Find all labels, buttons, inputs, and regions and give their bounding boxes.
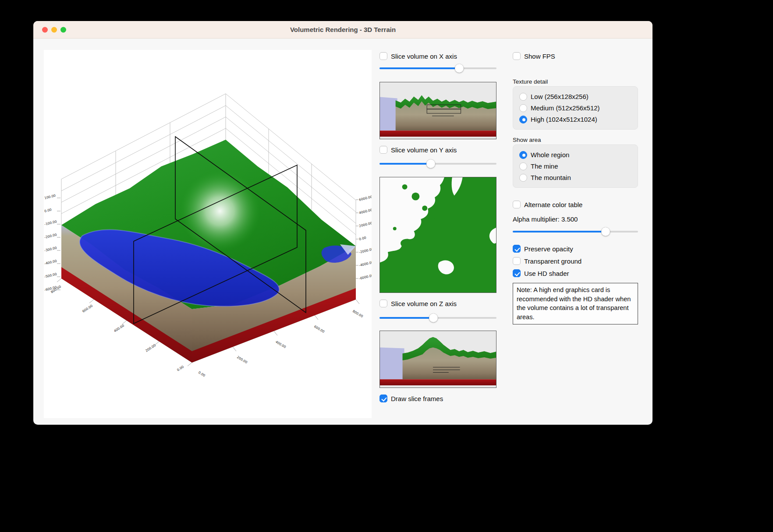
- show-area-option-whole-region[interactable]: Whole region: [519, 151, 631, 159]
- area-mine-radio[interactable]: [519, 162, 527, 170]
- svg-text:400.00: 400.00: [275, 340, 287, 349]
- texture-detail-group: Low (256x128x256) Medium (512x256x512) H…: [513, 86, 638, 130]
- texture-detail-option-low[interactable]: Low (256x128x256): [519, 92, 631, 101]
- close-button[interactable]: [42, 27, 48, 32]
- svg-text:-400.00: -400.00: [44, 259, 57, 266]
- show-area-group: Whole region The mine The mountain: [513, 144, 638, 188]
- slice-x-preview: [379, 82, 496, 139]
- zoom-button[interactable]: [60, 27, 66, 32]
- use-hd-shader-checkbox[interactable]: [513, 269, 521, 277]
- slice-z-checkbox[interactable]: [379, 299, 387, 307]
- show-area-title: Show area: [513, 137, 638, 143]
- svg-text:800.00: 800.00: [352, 309, 364, 318]
- terrain-3d-viewport[interactable]: 100.00 0.00 -100.00 -200.00 -300.00 -400…: [44, 50, 372, 418]
- svg-text:0.00: 0.00: [198, 370, 206, 377]
- slice-x-preview-image: [380, 82, 496, 139]
- titlebar[interactable]: Volumetric Rendering - 3D Terrain: [33, 21, 652, 39]
- svg-text:4000.00: 4000.00: [358, 208, 372, 215]
- svg-text:6000.00: 6000.00: [358, 195, 372, 202]
- area-mine-label: The mine: [531, 162, 558, 170]
- use-hd-shader-label: Use HD shader: [524, 270, 569, 277]
- draw-slice-frames-checkbox[interactable]: [379, 395, 387, 402]
- slice-x-row[interactable]: Slice volume on X axis: [379, 52, 496, 60]
- app-window: Volumetric Rendering - 3D Terrain: [33, 21, 652, 425]
- alternate-color-table-row[interactable]: Alternate color table: [513, 201, 638, 208]
- slider-thumb[interactable]: [429, 314, 438, 322]
- transparent-ground-label: Transparent ground: [524, 257, 582, 265]
- slice-x-checkbox[interactable]: [379, 52, 387, 60]
- slice-x-label: Slice volume on X axis: [391, 53, 457, 60]
- svg-text:600.00: 600.00: [82, 304, 93, 314]
- mountain-peak-highlight: [180, 171, 260, 251]
- show-area-option-the-mine[interactable]: The mine: [519, 162, 631, 170]
- svg-text:0.00: 0.00: [44, 208, 52, 213]
- slider-fill: [379, 67, 459, 69]
- settings-column: Show FPS Texture detail Low (256x128x256…: [513, 50, 638, 418]
- show-fps-label: Show FPS: [524, 53, 555, 60]
- alternate-color-table-checkbox[interactable]: [513, 201, 521, 208]
- texture-detail-option-high[interactable]: High (1024x512x1024): [519, 115, 631, 123]
- slice-y-preview-image: [380, 177, 496, 292]
- slice-z-row[interactable]: Slice volume on Z axis: [379, 299, 496, 307]
- texture-medium-radio[interactable]: [519, 104, 527, 112]
- window-content: 100.00 0.00 -100.00 -200.00 -300.00 -400…: [33, 39, 652, 425]
- traffic-lights: [42, 27, 66, 32]
- svg-text:0.00: 0.00: [358, 236, 367, 241]
- svg-text:-6000.00: -6000.00: [358, 273, 372, 281]
- transparent-ground-checkbox[interactable]: [513, 257, 521, 265]
- texture-medium-label: Medium (512x256x512): [531, 104, 600, 112]
- slice-y-checkbox[interactable]: [379, 146, 387, 154]
- svg-text:2000.00: 2000.00: [358, 221, 372, 228]
- show-fps-checkbox[interactable]: [513, 52, 521, 60]
- svg-text:-2000.00: -2000.00: [358, 247, 372, 254]
- slice-z-preview: [379, 331, 496, 388]
- use-hd-shader-row[interactable]: Use HD shader: [513, 269, 638, 277]
- svg-text:-200.00: -200.00: [44, 233, 57, 240]
- minimize-button[interactable]: [51, 27, 57, 32]
- slice-z-label: Slice volume on Z axis: [391, 300, 457, 307]
- svg-text:200.00: 200.00: [145, 343, 156, 353]
- slider-thumb[interactable]: [426, 159, 435, 168]
- preserve-opacity-row[interactable]: Preserve opacity: [513, 245, 638, 253]
- texture-high-label: High (1024x512x1024): [531, 116, 597, 123]
- slider-fill: [379, 317, 433, 319]
- slice-y-label: Slice volume on Y axis: [391, 146, 457, 154]
- window-title: Volumetric Rendering - 3D Terrain: [290, 26, 396, 33]
- slice-y-preview: [379, 177, 496, 293]
- slider-fill: [379, 163, 431, 165]
- water-column: [380, 347, 404, 379]
- texture-low-radio[interactable]: [519, 93, 527, 101]
- slice-controls-column: Slice volume on X axis: [379, 50, 496, 418]
- area-mountain-radio[interactable]: [519, 174, 527, 182]
- area-mountain-label: The mountain: [531, 174, 571, 181]
- svg-text:200.00: 200.00: [236, 355, 248, 364]
- alpha-multiplier-slider[interactable]: [513, 227, 638, 236]
- terrain-3d-view[interactable]: 100.00 0.00 -100.00 -200.00 -300.00 -400…: [44, 50, 372, 418]
- slice-y-slider[interactable]: [379, 159, 496, 168]
- svg-text:-4000.00: -4000.00: [358, 260, 372, 268]
- svg-text:-300.00: -300.00: [44, 246, 57, 253]
- draw-slice-frames-row[interactable]: Draw slice frames: [379, 395, 496, 402]
- texture-low-label: Low (256x128x256): [531, 93, 589, 100]
- show-fps-row[interactable]: Show FPS: [513, 52, 638, 60]
- area-whole-region-radio[interactable]: [519, 151, 527, 159]
- slider-thumb[interactable]: [601, 227, 610, 236]
- texture-high-radio[interactable]: [519, 116, 527, 123]
- alternate-color-table-label: Alternate color table: [524, 201, 582, 208]
- svg-text:-500.00: -500.00: [44, 272, 57, 279]
- texture-detail-title: Texture detail: [513, 78, 638, 85]
- show-area-option-the-mountain[interactable]: The mountain: [519, 173, 631, 182]
- slice-z-preview-image: [380, 331, 496, 388]
- texture-detail-option-medium[interactable]: Medium (512x256x512): [519, 104, 631, 112]
- svg-text:0.00: 0.00: [176, 365, 184, 372]
- slider-thumb[interactable]: [455, 64, 464, 73]
- preserve-opacity-checkbox[interactable]: [513, 245, 521, 253]
- slice-x-slider[interactable]: [379, 64, 496, 73]
- slice-y-row[interactable]: Slice volume on Y axis: [379, 146, 496, 154]
- alpha-multiplier-label: Alpha multiplier: 3.500: [513, 215, 638, 223]
- svg-text:-100.00: -100.00: [44, 219, 57, 226]
- transparent-ground-row[interactable]: Transparent ground: [513, 257, 638, 265]
- svg-text:400.00: 400.00: [113, 324, 125, 333]
- slice-z-slider[interactable]: [379, 314, 496, 322]
- water-column: [380, 97, 397, 130]
